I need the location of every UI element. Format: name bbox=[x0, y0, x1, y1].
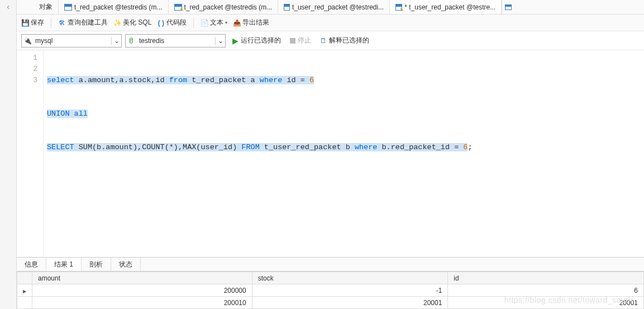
tab-result-1[interactable]: 结果 1 bbox=[46, 258, 82, 271]
sql-editor[interactable]: 1 2 3 select a.amount,a.stock,id from t_… bbox=[17, 50, 644, 257]
cell[interactable]: 200000 bbox=[32, 284, 252, 297]
query-icon bbox=[174, 4, 182, 11]
code-text: SUM(b.amount),COUNT(*),MAX(user_id) bbox=[74, 143, 242, 151]
row-handle-header bbox=[17, 272, 32, 284]
chevron-left-icon[interactable]: ‹ bbox=[7, 2, 9, 11]
code-text: t_user_red_packet b bbox=[260, 143, 355, 151]
line-number: 1 bbox=[17, 53, 37, 64]
tab-table-2[interactable]: t_user_red_packet @testredi... bbox=[278, 0, 390, 14]
label: 文本 bbox=[210, 18, 223, 27]
header-row: amount stock id bbox=[17, 272, 644, 284]
tab-query-2-active[interactable]: * t_user_red_packet @testre... bbox=[390, 0, 502, 14]
table-icon bbox=[284, 4, 290, 11]
table-row[interactable]: 200010 20001 20001 bbox=[17, 297, 644, 309]
keyword: where bbox=[260, 76, 283, 84]
line-number: 3 bbox=[17, 75, 37, 86]
code-snippet-button[interactable]: ( ) 代码段 bbox=[157, 18, 187, 27]
database-dropdown[interactable]: 🛢 testredis ⌄ bbox=[125, 34, 226, 47]
code-text: b.red_packet_id = bbox=[377, 143, 463, 151]
row-handle[interactable] bbox=[17, 284, 32, 297]
beautify-sql-button[interactable]: ✨ 美化 SQL bbox=[113, 18, 151, 27]
label: 美化 SQL bbox=[123, 18, 151, 27]
tab-label: t_red_packet @testredis (m... bbox=[74, 3, 163, 11]
stop-button: 停止 bbox=[290, 36, 311, 45]
label: 解释已选择的 bbox=[329, 36, 369, 45]
connection-dropdown[interactable]: 🔌 mysql ⌄ bbox=[21, 34, 122, 47]
label: 查询创建工具 bbox=[68, 18, 108, 27]
document-icon: 📄 bbox=[201, 19, 208, 27]
cell[interactable]: 200010 bbox=[32, 297, 252, 309]
export-result-button[interactable]: 📤 导出结果 bbox=[233, 18, 269, 27]
tab-label: * t_user_red_packet @testre... bbox=[404, 3, 495, 11]
cell[interactable]: 6 bbox=[448, 284, 644, 297]
save-button[interactable]: 💾 保存 bbox=[21, 18, 44, 27]
column-header[interactable]: id bbox=[448, 272, 644, 284]
result-tabbar: 信息 结果 1 剖析 状态 bbox=[17, 257, 644, 272]
keyword: all bbox=[70, 110, 88, 118]
query-builder-icon: 🛠 bbox=[58, 19, 66, 27]
tab-analyze[interactable]: 剖析 bbox=[82, 258, 111, 271]
query-icon bbox=[395, 4, 402, 11]
stop-icon bbox=[290, 38, 295, 44]
code-area[interactable]: select a.amount,a.stock,id from t_red_pa… bbox=[44, 50, 644, 257]
label: 停止 bbox=[298, 36, 311, 45]
cell[interactable]: 20001 bbox=[252, 297, 448, 309]
explain-icon: 🗒 bbox=[320, 37, 327, 45]
table-row[interactable]: 200000 -1 6 bbox=[17, 284, 644, 297]
chevron-down-icon[interactable]: ⌄ bbox=[215, 37, 225, 45]
tab-label: 状态 bbox=[119, 260, 132, 269]
column-header[interactable]: stock bbox=[252, 272, 448, 284]
table-icon bbox=[505, 4, 512, 10]
tab-status[interactable]: 状态 bbox=[111, 258, 141, 271]
connection-value: mysql bbox=[33, 37, 111, 45]
tab-objects[interactable]: 对象 bbox=[17, 0, 59, 14]
keyword: from bbox=[169, 76, 187, 84]
tab-label: 结果 1 bbox=[54, 260, 73, 269]
tab-label: t_red_packet @testredis (m... bbox=[184, 3, 273, 11]
keyword: SELECT bbox=[47, 143, 74, 151]
tab-query-1[interactable]: t_red_packet @testredis (m... bbox=[169, 0, 279, 14]
text-button[interactable]: 📄 文本 ▾ bbox=[201, 18, 227, 27]
tab-info[interactable]: 信息 bbox=[17, 258, 46, 271]
code-text: ; bbox=[468, 143, 472, 151]
left-collapse-gutter[interactable]: ‹ bbox=[0, 0, 17, 309]
tab-label: 信息 bbox=[25, 260, 38, 269]
database-icon: 🛢 bbox=[126, 37, 137, 45]
export-icon: 📤 bbox=[233, 19, 241, 27]
separator bbox=[51, 18, 51, 28]
keyword: FROM bbox=[241, 143, 259, 151]
tab-label: 剖析 bbox=[89, 260, 103, 269]
chevron-down-icon[interactable]: ⌄ bbox=[111, 37, 121, 45]
column-header[interactable]: amount bbox=[32, 272, 252, 284]
save-label: 保存 bbox=[31, 18, 44, 27]
row-handle[interactable] bbox=[17, 297, 32, 309]
cell[interactable]: -1 bbox=[252, 284, 448, 297]
code-text: a.amount,a.stock,id bbox=[74, 76, 169, 84]
connection-row: 🔌 mysql ⌄ 🛢 testredis ⌄ ▶ 运行已选择的 停止 🗒 解释… bbox=[17, 31, 644, 50]
explain-selected-button[interactable]: 🗒 解释已选择的 bbox=[320, 36, 369, 45]
table-icon bbox=[64, 4, 72, 11]
result-grid-container: amount stock id 200000 -1 6 200010 20001… bbox=[17, 272, 644, 309]
label: 代码段 bbox=[166, 18, 187, 27]
tab-table-1[interactable]: t_red_packet @testredis (m... bbox=[59, 0, 169, 14]
label: 运行已选择的 bbox=[241, 36, 281, 45]
tab-overflow-button[interactable] bbox=[502, 0, 514, 14]
run-selected-button[interactable]: ▶ 运行已选择的 bbox=[232, 36, 281, 45]
code-text: t_red_packet a bbox=[187, 76, 260, 84]
cell[interactable]: 20001 bbox=[448, 297, 644, 309]
editor-tabbar: 对象 t_red_packet @testredis (m... t_red_p… bbox=[17, 0, 644, 15]
wand-icon: ✨ bbox=[113, 19, 121, 27]
result-grid[interactable]: amount stock id 200000 -1 6 200010 20001… bbox=[17, 272, 644, 309]
line-gutter: 1 2 3 bbox=[17, 50, 44, 257]
line-number: 2 bbox=[17, 64, 37, 75]
label: 导出结果 bbox=[242, 18, 269, 27]
chevron-down-icon: ▾ bbox=[225, 20, 227, 25]
save-icon: 💾 bbox=[21, 19, 29, 27]
query-builder-button[interactable]: 🛠 查询创建工具 bbox=[58, 18, 108, 27]
keyword: select bbox=[47, 76, 74, 84]
tab-label: t_user_red_packet @testredi... bbox=[292, 3, 384, 11]
separator bbox=[193, 18, 194, 28]
toolbar: 💾 保存 🛠 查询创建工具 ✨ 美化 SQL ( ) 代码段 📄 文本 ▾ bbox=[17, 15, 644, 31]
tab-label: 对象 bbox=[39, 2, 53, 12]
play-icon: ▶ bbox=[232, 36, 238, 45]
